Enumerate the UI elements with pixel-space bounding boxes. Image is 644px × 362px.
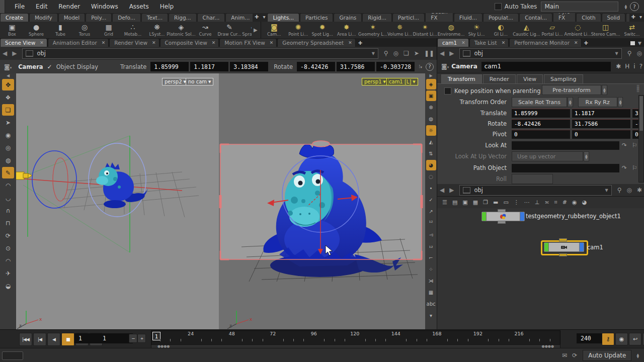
pane-tab[interactable]: Animation Editor✕ [48, 38, 109, 47]
translate-x-field[interactable]: 1.85999 [150, 62, 189, 71]
param-path-field[interactable]: obj▼ [459, 48, 621, 59]
pane-tab[interactable]: Scene View✕ [0, 38, 47, 47]
visualizers-icon[interactable]: ▦ [426, 287, 436, 298]
headlight-icon[interactable]: ◭ [426, 137, 436, 147]
shelf-tab[interactable]: Ocean FX [425, 13, 453, 22]
node-shapes-icon[interactable]: ❐ [481, 199, 490, 206]
gear-icon[interactable]: ✱ [614, 63, 623, 70]
node-name-field[interactable]: cam1 [481, 62, 611, 71]
auto-takes-checkbox[interactable] [495, 3, 502, 10]
list-view-icon[interactable]: ▤ [450, 199, 459, 206]
pointer-select-icon[interactable]: ➤ [2, 117, 14, 128]
parameter-pane-icon[interactable]: ☰ [440, 199, 449, 206]
keyframe-options-icon[interactable]: ⁝▾ [416, 64, 425, 69]
display-mode-label[interactable]: Camera [18, 63, 43, 70]
snap-grid-icon[interactable]: ⌗ [552, 199, 559, 206]
light-move-icon[interactable]: ⇅ [426, 148, 436, 159]
auto-key-icon[interactable]: ⚷ [602, 333, 614, 345]
text-overlay-icon[interactable]: abc [426, 299, 436, 309]
rig-ik-icon[interactable]: ◎ [2, 142, 14, 153]
p-ty-field[interactable]: 1.1817 [572, 109, 630, 118]
shelf-tab[interactable]: Defo... [112, 13, 141, 22]
node-output-stub[interactable] [498, 221, 506, 224]
shelf-tool[interactable]: ◌ Ambient Li... [565, 23, 592, 37]
color-palette-icon[interactable]: ▦ [471, 199, 480, 206]
profile-curves-icon[interactable]: ⌐ [426, 252, 436, 263]
add-shelf-tab-icon[interactable]: ✚ [253, 13, 261, 22]
close-tab-icon[interactable]: ✕ [574, 40, 578, 45]
point-trails-icon[interactable]: ↗ [426, 206, 436, 217]
default-lighting-icon[interactable]: ☼ [426, 125, 436, 136]
shelf-tab[interactable]: Model [58, 13, 86, 22]
more-options-icon[interactable]: ▾ [426, 310, 436, 321]
back-icon[interactable]: ◀ [0, 50, 10, 57]
node-rubbertoy[interactable] [481, 212, 525, 221]
edit-motion-tool-icon[interactable]: ✎ [2, 167, 14, 178]
sticky-note-icon[interactable]: ▬ [491, 199, 500, 206]
add-pane-tab-icon[interactable]: ✚ [356, 39, 364, 47]
magnet-full-icon[interactable]: ⊓ [2, 217, 14, 229]
shelf-tool[interactable]: ▦ Grid [97, 23, 121, 37]
pin-icon[interactable]: ⚲ [381, 50, 391, 57]
object-display-check-icon[interactable]: ✓ [47, 63, 52, 70]
render-region-icon[interactable]: ◒ [2, 280, 14, 292]
pane-tab[interactable]: Render View✕ [109, 38, 159, 47]
shelf-tab[interactable]: Rigid... [362, 13, 391, 22]
current-frame-marker[interactable]: 1 [152, 332, 160, 340]
shelf-tab[interactable]: Fluid... [454, 13, 482, 22]
shelf-tool[interactable]: ↝ Curve [193, 23, 217, 37]
forward-icon[interactable]: ▶ [10, 50, 19, 57]
pane-maximize-icon[interactable] [630, 41, 635, 45]
param-folder-tab[interactable]: Transform [441, 74, 482, 83]
network-path-field[interactable]: obj▼ [459, 185, 611, 196]
pin-icon[interactable]: ⚲ [625, 50, 634, 57]
update-mode-spinner[interactable]: ▲▼ [636, 353, 639, 358]
camera-menu-icon[interactable]: ◙▾ [0, 63, 14, 70]
pane-menu-icon[interactable]: ▼ [638, 41, 641, 46]
magnet-pin-icon[interactable]: ∩ [2, 205, 14, 216]
back-icon[interactable]: ◀ [437, 187, 447, 194]
link-follow-icon[interactable]: ◎ [634, 50, 644, 57]
shelf-tab[interactable]: Populat... [483, 13, 519, 22]
p-rx-field[interactable]: -8.42426 [512, 119, 570, 128]
shelf-tool[interactable]: ◎ Torus [72, 23, 97, 37]
no-cam-icon[interactable]: ⊗ [426, 102, 436, 113]
stop-button[interactable]: ■ [61, 333, 74, 346]
shading-mode-icon[interactable]: ◕ [426, 160, 436, 170]
frame-increment-button[interactable]: ＋ [137, 334, 146, 343]
shelf-tab[interactable]: Pyro FX [553, 13, 576, 22]
shelf-tool[interactable]: ✺ Point Li... [286, 23, 310, 37]
param-scrollbar[interactable] [638, 95, 644, 183]
current-frame-field[interactable]: 1 [99, 333, 133, 343]
shelf-tool[interactable]: ▮ Tube [48, 23, 72, 37]
take-select[interactable]: Main [541, 2, 618, 12]
view-globe-icon[interactable]: ◍ [426, 114, 436, 124]
view-pivot-icon[interactable]: ⊙ [2, 242, 14, 254]
rotate-ring-outer[interactable] [32, 151, 76, 208]
shelf-tab[interactable]: Particl... [392, 13, 425, 22]
menu-item[interactable]: Help [154, 1, 179, 12]
shelf-tab[interactable]: Contai... [519, 13, 552, 22]
help-icon[interactable]: ? [637, 63, 644, 70]
shelf-tool[interactable]: ✹ Spot Lig... [310, 23, 335, 37]
realtime-toggle-icon[interactable]: ◉ [615, 333, 628, 345]
shelf-tool[interactable]: ✸ Area Li... [335, 23, 359, 37]
gear-icon[interactable]: ✱ [634, 187, 644, 194]
shelf-tab[interactable]: Particles [300, 13, 333, 22]
pane-tab[interactable]: Geometry Spreadsheet✕ [277, 38, 355, 47]
prim-normals-icon[interactable]: ◅ [426, 229, 436, 240]
shelf-tab[interactable]: Char... [197, 13, 225, 22]
snapshot-icon[interactable]: ❏ [401, 50, 412, 57]
go-to-start-button[interactable]: |◀◀ [19, 333, 32, 346]
pre-transform-menu-icon[interactable]: ▲▼ [602, 85, 607, 95]
pane-tab[interactable]: cam1✕ [437, 38, 469, 47]
shelf-tool[interactable]: ▣ Box [0, 23, 24, 37]
forward-icon[interactable]: ▶ [447, 187, 456, 194]
expand-toolbar-icon[interactable]: ▶ [429, 73, 432, 78]
toolbar-help-icon[interactable]: ? [426, 63, 434, 71]
p-tx-field[interactable]: 1.85999 [512, 109, 570, 118]
link-follow-icon[interactable]: ◎ [391, 50, 401, 57]
close-tab-icon[interactable]: ✕ [502, 40, 506, 45]
shelf-tab[interactable]: Modify [29, 13, 58, 22]
node-output-stub[interactable] [559, 253, 567, 256]
